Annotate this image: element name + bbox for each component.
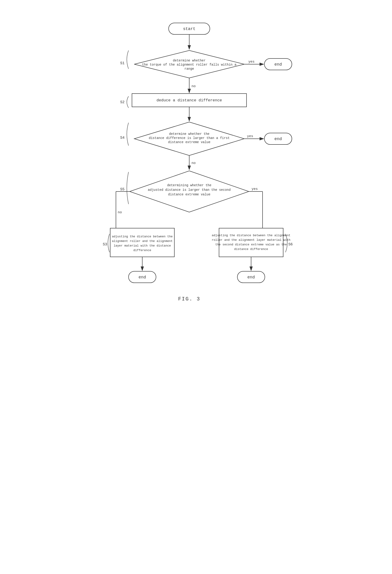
- s3-line3: layer material with the distance: [114, 244, 171, 247]
- s4-diamond-line3: distance extreme value: [168, 140, 210, 144]
- figure-caption: FIG. 3: [178, 296, 200, 302]
- yes-label-2: yes: [247, 134, 253, 138]
- s3-line2: alignment roller and the alignment: [112, 239, 172, 243]
- diagram-container: start S1 determine whether the torque of…: [82, 14, 311, 541]
- s1-diamond-line2: the torque of the alignment roller falls…: [142, 63, 236, 66]
- no-label-3: no: [118, 210, 122, 214]
- s5-diamond-line2: adjusted distance is larger than the sec…: [148, 188, 230, 192]
- yes-label-1: yes: [248, 60, 255, 64]
- start-label: start: [183, 27, 195, 31]
- s1-label: S1: [120, 61, 124, 65]
- svg-rect-21: [219, 228, 283, 257]
- s5-diamond-line3: distance extreme value: [168, 193, 210, 196]
- end1-label: end: [274, 62, 281, 67]
- s1-diamond-line3: range: [184, 67, 194, 71]
- s4-label: S4: [120, 136, 124, 140]
- s6-label: S6: [288, 242, 293, 246]
- end3-label: end: [138, 275, 146, 280]
- s4-diamond-line1: determine whether the: [169, 132, 209, 136]
- end2-label: end: [274, 137, 281, 141]
- s3-line1: adjusting the distance between the: [112, 235, 172, 238]
- yes-label-3: yes: [252, 187, 258, 191]
- end4-label: end: [247, 275, 255, 280]
- s3-line4: difference: [133, 248, 151, 252]
- s6-line3: the second distance extreme value as the: [215, 243, 287, 246]
- no-label-1: no: [191, 84, 196, 88]
- s3-label: S3: [103, 242, 107, 246]
- s6-line2: roller and the alignment layer material …: [212, 238, 290, 242]
- no-label-2: no: [191, 161, 196, 165]
- s1-diamond-line1: determine whether: [173, 59, 205, 62]
- s4-diamond-line2: distance difference is larger than a fir…: [149, 136, 230, 140]
- s5-diamond-line1: determining whether the: [167, 184, 211, 187]
- s6-line4: distance difference: [234, 247, 268, 251]
- s2-process-text: deduce a distance difference: [156, 98, 222, 102]
- s6-line1: adjusting the distance between the align…: [212, 234, 290, 237]
- s5-label: S5: [120, 187, 124, 191]
- s2-label: S2: [120, 100, 124, 104]
- flowchart-svg: start S1 determine whether the torque of…: [93, 14, 299, 541]
